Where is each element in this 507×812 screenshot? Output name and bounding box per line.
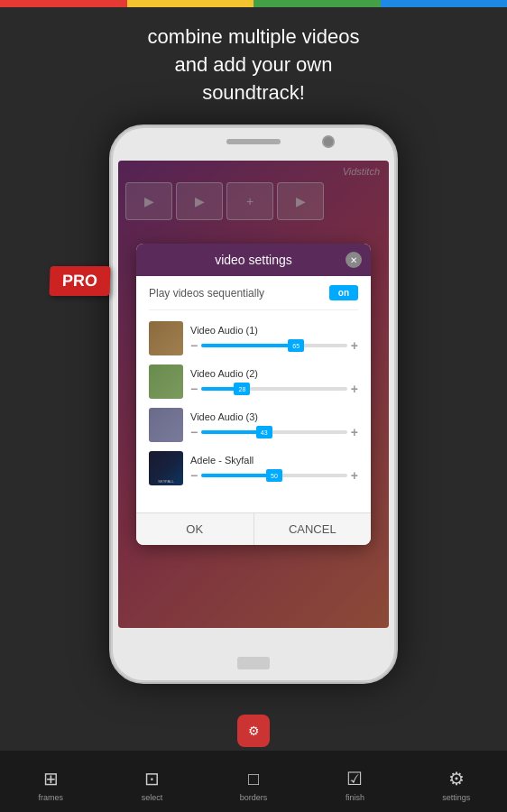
slider-track-3[interactable]: 43	[201, 430, 347, 434]
slider-thumb-3[interactable]: 43	[256, 426, 272, 438]
sequential-toggle[interactable]: on	[329, 285, 358, 300]
phone-device: Vidstitch ▶ ▶ + ▶	[0, 125, 507, 684]
borders-label: borders	[240, 793, 268, 802]
slider-track-4[interactable]: 50	[201, 474, 347, 477]
audio-info-3: Video Audio (3) − 43 +	[190, 411, 358, 438]
top-bar-blue	[381, 0, 508, 7]
slider-minus-2[interactable]: −	[190, 383, 198, 395]
slider-fill-3	[201, 430, 263, 434]
dialog-close-button[interactable]: ✕	[346, 252, 362, 268]
top-bar-green	[254, 0, 381, 7]
settings-label: settings	[442, 793, 470, 802]
nav-item-frames[interactable]: ⊞ frames	[0, 751, 101, 812]
slider-plus-4[interactable]: +	[351, 469, 358, 482]
sequential-play-row: Play videos sequentially on	[149, 285, 358, 310]
select-label: select	[142, 793, 163, 802]
header-line2: and add your own	[175, 53, 333, 76]
slider-plus-2[interactable]: +	[351, 383, 358, 395]
dialog-body: Play videos sequentially on Video Audio …	[136, 276, 371, 503]
slider-track-1[interactable]: 65	[201, 344, 347, 347]
nav-item-select[interactable]: ⊡ select	[101, 751, 202, 812]
nav-item-finish[interactable]: ☑ finish	[304, 751, 405, 812]
pro-badge: PRO	[49, 266, 110, 296]
slider-row-1: − 65 +	[190, 339, 358, 352]
settings-icon: ⚙	[448, 768, 465, 789]
slider-row-2: − 28 +	[190, 383, 358, 395]
frames-icon: ⊞	[43, 768, 59, 789]
slider-row-4: − 50 +	[190, 469, 358, 482]
slider-row-3: − 43 +	[190, 426, 358, 438]
ok-button[interactable]: OK	[136, 513, 254, 545]
bottom-navigation: ⊞ frames ⊡ select □ borders ☑ finish ⚙ s…	[0, 751, 507, 812]
finish-icon: ☑	[346, 768, 363, 789]
audio-title-2: Video Audio (2)	[190, 368, 358, 379]
phone-camera	[324, 137, 333, 146]
phone-speaker	[226, 139, 281, 144]
top-color-bar	[0, 0, 507, 7]
slider-plus-3[interactable]: +	[351, 426, 358, 438]
dialog-overlay: video settings ✕ Play videos sequentiall…	[118, 161, 389, 628]
cancel-button[interactable]: CANCEL	[254, 513, 372, 545]
audio-title-4: Adele - Skyfall	[190, 455, 358, 466]
audio-item-4: SKYFALL Adele - Skyfall − 50	[149, 451, 358, 485]
audio-title-1: Video Audio (1)	[190, 325, 358, 336]
header-text: combine multiple videos and add your own…	[0, 7, 507, 125]
slider-track-2[interactable]: 28	[201, 387, 347, 391]
audio-info-2: Video Audio (2) − 28 +	[190, 368, 358, 395]
audio-item-1: Video Audio (1) − 65 +	[149, 321, 358, 355]
finish-label: finish	[346, 793, 364, 802]
audio-item-2: Video Audio (2) − 28 +	[149, 364, 358, 399]
header-line1: combine multiple videos	[148, 25, 360, 48]
nav-item-settings[interactable]: ⚙ settings	[406, 751, 507, 812]
slider-minus-1[interactable]: −	[190, 339, 198, 352]
slider-fill-1	[201, 344, 296, 347]
select-icon: ⊡	[144, 768, 160, 789]
dialog-header: video settings ✕	[136, 244, 371, 276]
video-settings-dialog: video settings ✕ Play videos sequentiall…	[136, 244, 371, 545]
dialog-buttons: OK CANCEL	[136, 512, 371, 545]
phone-body: Vidstitch ▶ ▶ + ▶	[109, 125, 398, 684]
borders-icon: □	[248, 769, 259, 789]
audio-info-1: Video Audio (1) − 65 +	[190, 325, 358, 352]
audio-item-3: Video Audio (3) − 43 +	[149, 408, 358, 442]
slider-plus-1[interactable]: +	[351, 339, 358, 352]
header-line3: soundtrack!	[202, 81, 305, 104]
slider-thumb-1[interactable]: 65	[288, 339, 304, 352]
audio-thumb-3	[149, 408, 183, 442]
sequential-label: Play videos sequentially	[149, 287, 264, 300]
audio-info-4: Adele - Skyfall − 50 +	[190, 455, 358, 482]
slider-thumb-2[interactable]: 28	[234, 383, 250, 395]
slider-thumb-4[interactable]: 50	[266, 469, 282, 482]
audio-thumb-2	[149, 364, 183, 399]
phone-home-button[interactable]	[237, 657, 270, 669]
top-bar-red	[0, 0, 127, 7]
audio-thumb-1	[149, 321, 183, 355]
slider-minus-3[interactable]: −	[190, 426, 198, 438]
slider-fill-4	[201, 474, 274, 477]
slider-minus-4[interactable]: −	[190, 469, 198, 482]
nav-item-borders[interactable]: □ borders	[203, 751, 304, 812]
audio-title-3: Video Audio (3)	[190, 411, 358, 422]
top-bar-yellow	[127, 0, 254, 7]
dialog-title: video settings	[215, 253, 292, 267]
frames-label: frames	[38, 793, 63, 802]
phone-screen: Vidstitch ▶ ▶ + ▶	[118, 161, 389, 628]
camera-action-button[interactable]: ⚙	[237, 715, 270, 747]
audio-thumb-4: SKYFALL	[149, 451, 183, 485]
